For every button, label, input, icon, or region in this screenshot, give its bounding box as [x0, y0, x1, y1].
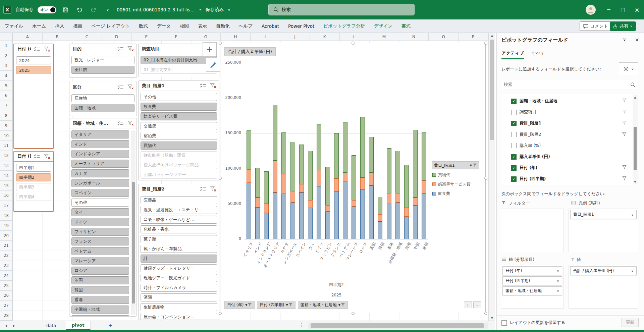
slicer-item[interactable]: 医薬品	[141, 196, 217, 204]
row-header-8[interactable]: 8	[0, 111, 13, 121]
vertical-scrollbar[interactable]: ▲ ▼	[488, 33, 495, 321]
legend-filter-icon[interactable]: ▼	[470, 163, 477, 167]
slicer-item[interactable]: シンガポール	[71, 179, 129, 187]
bar-segment-飲食費[interactable]	[255, 207, 260, 239]
field-checkbox[interactable]: ✓	[511, 99, 517, 104]
row-header-15[interactable]: 15	[0, 181, 13, 191]
sheet-tab-data[interactable]: data	[40, 321, 62, 330]
slicer-item[interactable]: 韓国	[71, 286, 129, 294]
horizontal-scrollbar-thumb[interactable]	[311, 323, 484, 328]
row-header-5[interactable]: 5	[0, 81, 13, 91]
area-chip-合計 / 購入者単価 (円)[interactable]: 合計 / 購入者単価 (円)∨	[570, 266, 637, 275]
bar-segment-娯楽等サービス費[interactable]	[299, 184, 304, 192]
row-header-10[interactable]: 10	[0, 131, 13, 141]
slicer-item[interactable]: 音楽・映像・ゲームなど…	[141, 216, 217, 224]
sheet-tab-pivot[interactable]: pivot	[66, 321, 91, 330]
chip-caret-icon[interactable]: ∨	[631, 269, 634, 273]
slicer-item[interactable]: 英国	[71, 276, 129, 284]
chart-selection-handle[interactable]	[484, 42, 487, 45]
bar-segment-買物代[interactable]	[352, 155, 356, 201]
bar-segment-飲食費[interactable]	[317, 186, 321, 239]
bar-segment-娯楽等サービス費[interactable]	[308, 200, 313, 208]
ribbon-tab-挿入[interactable]: 挿入	[55, 23, 64, 29]
bar-segment-娯楽等サービス費[interactable]	[273, 161, 277, 192]
row-header-27[interactable]: 27	[0, 301, 13, 311]
clear-filter-icon[interactable]	[126, 120, 135, 127]
slicer-item[interactable]: 四半期2	[16, 173, 51, 181]
slicer-item[interactable]: 香港	[71, 296, 129, 304]
bar-segment-娯楽等サービス費[interactable]	[422, 180, 426, 193]
row-header-23[interactable]: 23	[0, 261, 13, 271]
bar-segment-飲食費[interactable]	[352, 207, 356, 239]
bar-segment-娯楽等サービス費[interactable]	[281, 174, 286, 194]
chart-field-button-日付 (四半期)[interactable]: 日付 (四半期)▼	[257, 301, 295, 309]
undo-icon[interactable]	[74, 5, 85, 15]
slicer-item[interactable]: 全目的	[71, 66, 135, 74]
collapse-field-button[interactable]: −	[473, 301, 481, 308]
chart-selection-handle[interactable]	[352, 42, 355, 45]
pane-close-icon[interactable]: ×	[635, 37, 639, 43]
slicer-item[interactable]: 温泉・温浴施設・エステ・リ…	[141, 206, 217, 214]
row-header-21[interactable]: 21	[0, 241, 13, 251]
autosave-toggle[interactable]: オン	[38, 6, 56, 13]
slicer-item[interactable]: 靴・かばん・革製品	[141, 245, 217, 253]
bar-segment-買物代[interactable]	[387, 148, 391, 193]
slicer-item[interactable]: 四半期3	[16, 183, 51, 191]
bar-segment-飲食費[interactable]	[360, 189, 365, 239]
ribbon-tab-デザイン[interactable]: デザイン	[374, 23, 392, 29]
field-funnel-icon[interactable]	[622, 176, 627, 181]
quick-access-menu-icon[interactable]: ∨	[103, 5, 113, 15]
row-header-16[interactable]: 16	[0, 191, 13, 201]
field-funnel-icon[interactable]	[622, 121, 627, 126]
multi-select-icon[interactable]	[199, 82, 207, 90]
comments-button[interactable]: コメント	[580, 21, 612, 31]
slicer-item[interactable]: 個人旅行向けパッケージ商品	[141, 161, 217, 169]
field-checkbox[interactable]	[511, 143, 517, 148]
area-chip-国籍・地域・住居地[interactable]: 国籍・地域・住居地∨	[502, 286, 562, 295]
field-row-費目_階層2[interactable]: 費目_階層2	[501, 129, 638, 140]
column-header-J[interactable]: J	[280, 33, 310, 41]
sheet-tab-overflow-icon[interactable]: ⋮	[300, 322, 304, 328]
row-header-19[interactable]: 19	[0, 221, 13, 231]
row-header-22[interactable]: 22	[0, 251, 13, 261]
bar-segment-飲食費[interactable]	[308, 208, 313, 239]
add-sheet-button[interactable]: +	[107, 322, 114, 329]
bar-segment-買物代[interactable]	[281, 132, 286, 174]
column-header-K[interactable]: K	[310, 33, 340, 41]
slicer-item[interactable]: オーストラリア	[71, 160, 129, 168]
ribbon-tab-ホーム[interactable]: ホーム	[32, 23, 46, 29]
area-box-legend[interactable]: 費目_階層1∨	[569, 209, 638, 252]
select-all-corner[interactable]	[0, 33, 13, 41]
bar-segment-飲食費[interactable]	[264, 213, 269, 239]
bar-segment-買物代[interactable]	[413, 130, 418, 198]
bar-segment-娯楽等サービス費[interactable]	[255, 198, 260, 207]
field-row-日付 (年)[interactable]: ✓日付 (年)	[501, 162, 638, 173]
slicer-item[interactable]: 飲食費	[141, 103, 217, 111]
chart-title-button[interactable]: 合計 / 購入者単価 (円)	[224, 47, 276, 56]
pane-collapse-icon[interactable]: ∨	[623, 37, 626, 42]
chip-caret-icon[interactable]: ∨	[557, 289, 559, 293]
clear-filter-icon[interactable]	[43, 153, 51, 160]
scroll-down-icon[interactable]: ▼	[489, 315, 495, 321]
slicer-category[interactable]: 区分居住地国籍・地域	[69, 82, 137, 116]
bar-segment-飲食費[interactable]	[413, 205, 418, 239]
prev-sheet-icon[interactable]: ◂	[3, 323, 9, 329]
slicer-scrollbar[interactable]	[131, 130, 136, 315]
chart-field-button-国籍・地域・住居地[interactable]: 国籍・地域・住居地▼	[298, 301, 348, 309]
area-chip-日付 (年)[interactable]: 日付 (年)∨	[502, 266, 562, 275]
slicer-purpose[interactable]: 目的観光・レジャー全目的	[69, 44, 137, 78]
bar-segment-買物代[interactable]	[264, 171, 269, 204]
slicer-item[interactable]: 01_旅行前支出	[141, 66, 217, 74]
ribbon-tab-ページ レイアウト[interactable]: ページ レイアウト	[91, 23, 130, 29]
slicer-item[interactable]: 娯楽等サービス費	[141, 112, 217, 120]
slicer-item[interactable]: ベトナム	[71, 247, 129, 255]
bar-segment-娯楽等サービス費[interactable]	[395, 193, 400, 202]
ribbon-tab-自動化[interactable]: 自動化	[216, 23, 230, 29]
bar-segment-飲食費[interactable]	[334, 191, 339, 239]
save-icon[interactable]	[60, 5, 70, 15]
slicer-item[interactable]: 団体パッケージツアー	[141, 171, 217, 179]
multi-select-icon[interactable]	[33, 153, 41, 160]
bar-segment-娯楽等サービス費[interactable]	[413, 198, 418, 205]
field-checkbox[interactable]	[511, 132, 517, 137]
clear-filter-icon[interactable]	[126, 45, 135, 53]
